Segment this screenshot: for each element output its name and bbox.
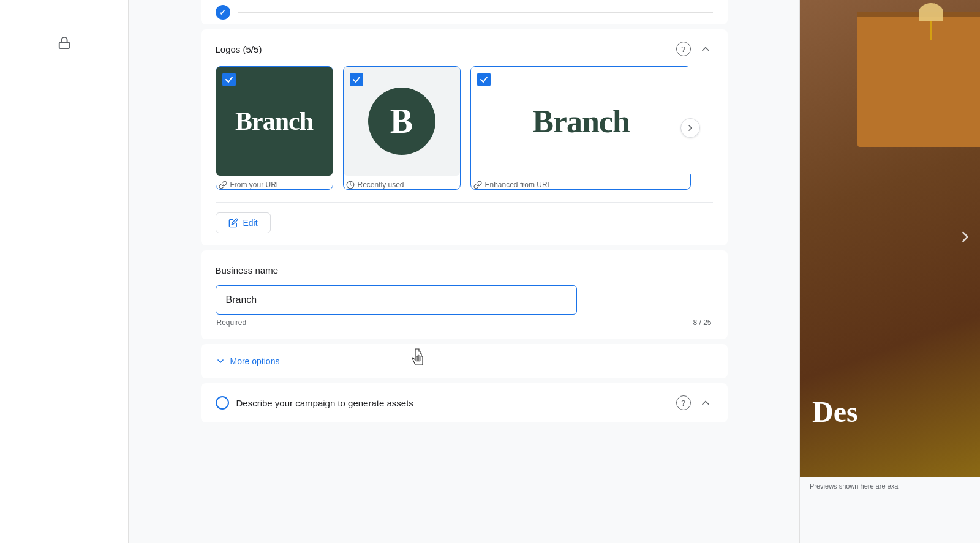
logo-2-label: Recently used	[344, 181, 460, 189]
more-options-section: More options	[201, 344, 728, 378]
logos-header: Logos (5/5) ?	[216, 42, 713, 56]
logo-3-checkbox[interactable]	[477, 73, 491, 86]
logos-section: Logos (5/5) ?	[201, 29, 728, 245]
preview-background: Des	[800, 0, 980, 477]
logo-card-2[interactable]: B Recently used	[343, 66, 461, 190]
logo-cards-container: Branch From your URL	[216, 66, 713, 190]
logo-1-checkbox[interactable]	[222, 73, 236, 86]
describe-header: Describe your campaign to generate asset…	[216, 395, 713, 410]
input-char-count: 8 / 25	[693, 318, 711, 327]
preview-text-overlay: Des	[812, 395, 858, 429]
describe-radio[interactable]	[216, 396, 229, 410]
more-options-button[interactable]: More options	[216, 356, 280, 366]
input-required-label: Required	[217, 318, 247, 327]
describe-actions: ?	[676, 395, 713, 410]
describe-left: Describe your campaign to generate asset…	[216, 396, 413, 410]
business-name-section: Business name Required 8 / 25	[201, 250, 728, 339]
lamp	[919, 3, 943, 40]
cursor-hand	[409, 348, 429, 372]
preview-arrow-icon[interactable]	[957, 228, 974, 249]
business-name-label: Business name	[216, 265, 713, 275]
lock-icon	[52, 31, 77, 55]
preview-panel: Des Previews shown here are exa	[799, 0, 980, 543]
business-name-input-wrapper	[216, 285, 713, 315]
describe-collapse-icon[interactable]	[698, 395, 713, 410]
business-name-input[interactable]	[216, 285, 577, 315]
preview-image: Des Previews shown here are exa	[800, 0, 980, 543]
input-meta: Required 8 / 25	[216, 318, 713, 327]
next-logo-arrow[interactable]	[680, 118, 700, 138]
svg-rect-4	[419, 356, 420, 361]
chevron-down-icon	[216, 356, 225, 366]
logo-3-label: Enhanced from URL	[471, 181, 690, 189]
logo-card-1[interactable]: Branch From your URL	[216, 66, 333, 190]
edit-btn-wrapper: Edit	[216, 202, 713, 233]
edit-icon	[228, 218, 238, 228]
top-stub: ✓	[201, 0, 728, 24]
logo-card-3[interactable]: Branch Enhanced from URL	[470, 66, 691, 190]
svg-rect-0	[59, 42, 69, 48]
svg-rect-2	[417, 356, 418, 361]
logos-actions: ?	[676, 42, 713, 56]
edit-button[interactable]: Edit	[216, 212, 271, 233]
svg-rect-3	[418, 355, 419, 361]
logo-1-text: Branch	[235, 107, 313, 136]
describe-help-icon[interactable]: ?	[676, 395, 691, 410]
sidebar	[0, 0, 129, 543]
main-content: ✓ Logos (5/5) ?	[129, 0, 799, 543]
logo-2-checkbox[interactable]	[350, 73, 363, 86]
logos-title: Logos (5/5)	[216, 44, 262, 54]
logos-help-icon[interactable]: ?	[676, 42, 691, 56]
step-indicator: ✓	[216, 5, 230, 20]
preview-note: Previews shown here are exa	[800, 477, 980, 495]
logo-2-circle: B	[368, 88, 435, 155]
logos-collapse-icon[interactable]	[698, 42, 713, 56]
logo-1-label: From your URL	[216, 181, 333, 189]
describe-title: Describe your campaign to generate asset…	[236, 398, 413, 408]
describe-section: Describe your campaign to generate asset…	[201, 383, 728, 422]
logo-3-text: Branch	[532, 103, 630, 140]
logo-3-image: Branch	[471, 67, 692, 176]
